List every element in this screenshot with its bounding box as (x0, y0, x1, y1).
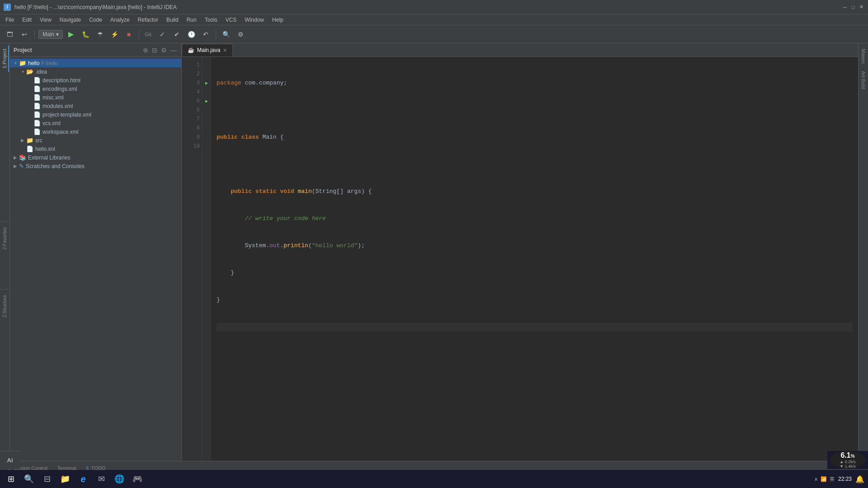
search-everywhere-button[interactable]: 🔍 (220, 28, 232, 41)
project-tree: ▾ 📁 hello F:\hello ▾ 📂 .idea 📄 descripti… (10, 57, 181, 461)
git-commit-button[interactable]: ✓ (156, 28, 169, 41)
menu-window[interactable]: Window (241, 16, 268, 24)
taskbar-mail[interactable]: ✉ (94, 472, 108, 486)
project-header-locate-icon[interactable]: ⊕ (142, 46, 149, 55)
tree-label-hello: hello (28, 60, 39, 66)
tree-misc-xml[interactable]: 📄 misc.xml (10, 93, 181, 102)
settings-button[interactable]: ⚙ (234, 28, 247, 41)
tree-label-idea: .idea (35, 69, 47, 75)
code-editor[interactable]: 1 2 3 4 5 6 7 8 9 10 ▶ ▶ (182, 57, 858, 461)
tree-description-html[interactable]: 📄 description.html (10, 76, 181, 84)
notification-bell-taskbar[interactable]: 🔔 (855, 475, 864, 483)
maximize-button[interactable]: □ (850, 4, 856, 10)
taskbar-edge[interactable]: e (76, 472, 90, 486)
tab-close-button[interactable]: ✕ (223, 47, 227, 53)
taskbar-file-explorer[interactable]: 📁 (58, 472, 72, 486)
tree-external-libraries[interactable]: ▶ 📚 External Libraries (10, 153, 181, 162)
minimize-button[interactable]: ─ (842, 4, 848, 10)
tree-hello-iml[interactable]: 📄 hello.iml (10, 145, 181, 153)
editor-tab-main-java[interactable]: ☕ Main.java ✕ (182, 44, 233, 56)
menu-build[interactable]: Build (163, 16, 182, 24)
menu-analyze[interactable]: Analyze (107, 16, 133, 24)
menu-edit[interactable]: Edit (19, 16, 35, 24)
tree-scratches-consoles[interactable]: ▶ ✎ Scratches and Consoles (10, 162, 181, 170)
tree-root-hello[interactable]: ▾ 📁 hello F:\hello (10, 59, 181, 67)
network-download: ▼ 1.4k/s (840, 464, 855, 469)
tray-chevron[interactable]: ∧ (814, 476, 818, 482)
src-folder-icon: 📁 (26, 137, 33, 144)
window-title: hello [F:\hello] - ...\src\com\company\M… (14, 4, 842, 10)
tray-wifi[interactable]: 📶 (821, 476, 827, 482)
toolbar-back-button[interactable]: ↩ (18, 28, 31, 41)
git-history-button[interactable]: 🕐 (185, 28, 198, 41)
menu-help[interactable]: Help (269, 16, 287, 24)
network-upload: ▲ 0.2k/s (840, 460, 855, 464)
menu-code[interactable]: Code (85, 16, 106, 24)
code-line-3: public class Main { (217, 133, 853, 142)
profile-button[interactable]: ⚡ (108, 28, 121, 41)
project-header-settings-icon[interactable]: ⚙ (160, 46, 168, 55)
coverage-button[interactable]: ☂ (94, 28, 106, 41)
menu-run[interactable]: Run (183, 16, 200, 24)
xml-file-icon-6: 📄 (33, 128, 41, 135)
start-button[interactable]: ⊞ (4, 472, 18, 486)
tree-modules-xml[interactable]: 📄 modules.xml (10, 102, 181, 110)
code-content[interactable]: package com.company; public class Main {… (211, 57, 858, 461)
tree-encodings-xml[interactable]: 📄 encodings.xml (10, 84, 181, 93)
tab-favorites[interactable]: 2:Favorites (1, 224, 8, 253)
taskbar-search[interactable]: 🔍 (22, 472, 36, 486)
menu-file[interactable]: File (2, 16, 18, 24)
run-main-arrow-icon[interactable]: ▶ (205, 99, 208, 104)
ai-label: Ai (7, 457, 13, 464)
taskbar-task-view[interactable]: ⊟ (40, 472, 54, 486)
menu-tools[interactable]: Tools (201, 16, 221, 24)
stop-button[interactable]: ■ (123, 28, 135, 41)
run-config-selector[interactable]: Main ▾ (38, 30, 63, 39)
taskbar-clock[interactable]: 22:23 (838, 476, 852, 482)
menu-refactor[interactable]: Refactor (134, 16, 162, 24)
close-button[interactable]: ✕ (858, 4, 864, 10)
structure-sidebar: Z:Structure (0, 289, 10, 323)
tree-vcs-xml[interactable]: 📄 vcs.xml (10, 119, 181, 127)
tree-project-template-xml[interactable]: 📄 project-template.xml (10, 110, 181, 119)
debug-button[interactable]: 🐛 (79, 28, 92, 41)
ai-badge[interactable]: Ai (0, 451, 20, 469)
main-layout: 1:Project Project ⊕ ⊟ ⚙ — ▾ 📁 hello F:\h… (0, 43, 868, 461)
editor-tabs: ☕ Main.java ✕ (182, 43, 858, 57)
editor-tab-label: Main.java (197, 47, 220, 53)
code-line-6: // write your code here (217, 214, 853, 223)
tab-art-build[interactable]: Ant Build (860, 67, 867, 93)
tree-workspace-xml[interactable]: 📄 workspace.xml (10, 127, 181, 136)
tree-arrow-hello: ▾ (12, 61, 19, 66)
run-class-arrow-icon[interactable]: ▶ (205, 80, 208, 86)
tree-idea-folder[interactable]: ▾ 📂 .idea (10, 67, 181, 76)
code-line-2 (217, 106, 853, 115)
code-line-4 (217, 160, 853, 169)
tree-label-src: src (35, 137, 42, 144)
run-button[interactable]: ▶ (65, 28, 77, 41)
xml-file-icon-1: 📄 (33, 85, 41, 92)
menu-view[interactable]: View (36, 16, 55, 24)
gutter-row-5: ▶ (202, 97, 211, 106)
tab-project[interactable]: 1:Project (1, 45, 9, 72)
tree-src-folder[interactable]: ▶ 📁 src (10, 136, 181, 145)
tab-maven[interactable]: Maven (860, 45, 867, 67)
project-header-collapse-icon[interactable]: ⊟ (151, 46, 158, 55)
menu-vcs[interactable]: VCS (222, 16, 241, 24)
git-push-button[interactable]: ✔ (170, 28, 183, 41)
project-header-hide-icon[interactable]: — (170, 46, 178, 55)
iml-file-icon: 📄 (26, 145, 33, 152)
xml-file-icon-2: 📄 (33, 94, 41, 101)
gutter-row-10 (202, 142, 211, 151)
toolbar-new-window-button[interactable]: 🗔 (4, 28, 16, 41)
taskbar-game[interactable]: 🎮 (130, 472, 145, 486)
toolbar-separator-2 (139, 30, 139, 39)
git-revert-button[interactable]: ↶ (199, 28, 212, 41)
toolbar: 🗔 ↩ Main ▾ ▶ 🐛 ☂ ⚡ ■ Git: ✓ ✔ 🕐 ↶ 🔍 ⚙ (0, 25, 868, 43)
tab-structure[interactable]: Z:Structure (1, 291, 8, 321)
tree-arrow-src: ▶ (19, 138, 26, 143)
taskbar-chrome[interactable]: 🌐 (112, 472, 127, 486)
cpu-percent: 6.1% (840, 451, 854, 460)
project-panel-title: Project (14, 47, 140, 53)
menu-navigate[interactable]: Navigate (56, 16, 85, 24)
